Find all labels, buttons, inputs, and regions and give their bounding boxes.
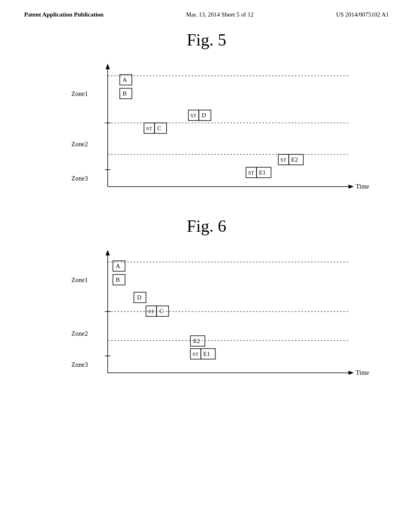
fig6-zone2-label: Zone2 — [71, 330, 88, 337]
header-right: US 2014/0075102 A1 — [336, 11, 389, 18]
fig6-zone1-label: Zone1 — [71, 276, 88, 283]
fig5-zone1-label: Zone1 — [71, 90, 88, 97]
fig5-item-ST-E2: ST — [280, 157, 286, 163]
fig5-item-C: C — [157, 125, 161, 131]
figure-5-section: Fig. 5 Time Zone1 Zone2 Zone3 A — [33, 30, 380, 204]
fig5-time-label: Time — [356, 183, 369, 190]
fig6-item-D: D — [137, 294, 142, 301]
fig6-item-A: A — [116, 263, 120, 269]
svg-marker-21 — [106, 250, 110, 255]
fig6-zone3-label: Zone3 — [71, 361, 88, 368]
fig5-item-A: A — [123, 77, 127, 83]
fig5-item-B: B — [123, 90, 127, 97]
fig5-zone3-label: Zone3 — [71, 175, 88, 182]
page-header: Patent Application Publication Mar. 13, … — [0, 0, 413, 18]
fig6-item-E1: E1 — [203, 351, 210, 357]
fig5-item-ST-E1: ST — [248, 170, 254, 176]
svg-marker-23 — [348, 371, 354, 375]
fig6-item-ST-C: ST — [148, 308, 154, 314]
header-center: Mar. 13, 2014 Sheet 5 of 12 — [186, 11, 253, 18]
fig6-time-label: Time — [356, 369, 369, 376]
fig5-item-ST-D: ST — [190, 112, 196, 118]
fig6-item-E2: E2 — [193, 338, 200, 344]
fig5-item-E1: E1 — [259, 169, 266, 176]
fig6-item-ST-E1: ST — [192, 351, 198, 357]
fig5-item-ST-C: ST — [146, 125, 152, 131]
fig5-item-D: D — [202, 112, 206, 118]
fig5-zone2-label: Zone2 — [71, 141, 88, 148]
fig6-diagram: Time Zone1 Zone2 Zone3 A B D ST C — [33, 244, 380, 389]
fig6-item-C: C — [159, 308, 163, 314]
fig5-diagram: Time Zone1 Zone2 Zone3 A B ST D — [33, 58, 380, 203]
figure-6-section: Fig. 6 Time Zone1 Zone2 Zone3 A — [33, 216, 380, 391]
fig6-title: Fig. 6 — [33, 216, 380, 236]
fig5-title: Fig. 5 — [33, 30, 380, 50]
svg-marker-1 — [106, 64, 110, 69]
header-left: Patent Application Publication — [24, 11, 104, 18]
fig6-item-B: B — [116, 276, 120, 283]
svg-marker-3 — [348, 185, 354, 189]
fig5-item-E2: E2 — [291, 156, 298, 163]
